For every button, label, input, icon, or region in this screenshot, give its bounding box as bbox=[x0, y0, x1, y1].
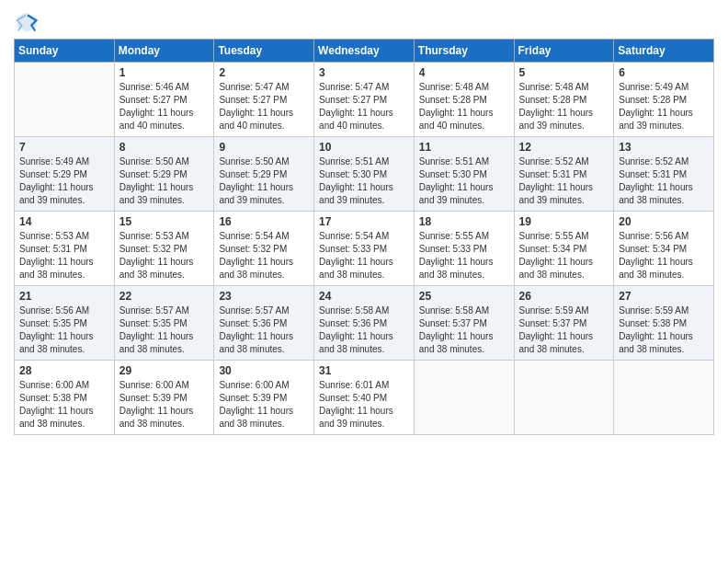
day-header-thursday: Thursday bbox=[414, 40, 514, 63]
day-info: Sunrise: 5:55 AMSunset: 5:33 PMDaylight:… bbox=[419, 230, 509, 282]
calendar-cell: 24Sunrise: 5:58 AMSunset: 5:36 PMDayligh… bbox=[314, 286, 415, 361]
day-info: Sunrise: 5:52 AMSunset: 5:31 PMDaylight:… bbox=[519, 155, 609, 207]
day-number: 11 bbox=[419, 141, 509, 154]
calendar-cell: 20Sunrise: 5:56 AMSunset: 5:34 PMDayligh… bbox=[614, 212, 714, 286]
day-info: Sunrise: 5:47 AMSunset: 5:27 PMDaylight:… bbox=[319, 81, 409, 132]
day-number: 5 bbox=[519, 66, 609, 79]
calendar-table: SundayMondayTuesdayWednesdayThursdayFrid… bbox=[14, 39, 714, 435]
calendar-cell: 11Sunrise: 5:51 AMSunset: 5:30 PMDayligh… bbox=[414, 137, 514, 212]
day-info: Sunrise: 5:54 AMSunset: 5:33 PMDaylight:… bbox=[319, 230, 409, 282]
day-header-tuesday: Tuesday bbox=[214, 40, 314, 63]
day-info: Sunrise: 5:59 AMSunset: 5:37 PMDaylight:… bbox=[519, 304, 609, 356]
day-header-sunday: Sunday bbox=[15, 40, 115, 63]
calendar-cell: 21Sunrise: 5:56 AMSunset: 5:35 PMDayligh… bbox=[15, 286, 115, 361]
day-number: 27 bbox=[619, 290, 709, 303]
page-header bbox=[14, 9, 714, 35]
day-number: 16 bbox=[219, 215, 309, 228]
day-info: Sunrise: 5:56 AMSunset: 5:35 PMDaylight:… bbox=[19, 304, 109, 356]
day-number: 4 bbox=[419, 66, 509, 79]
calendar-cell: 10Sunrise: 5:51 AMSunset: 5:30 PMDayligh… bbox=[314, 137, 415, 212]
calendar-cell: 19Sunrise: 5:55 AMSunset: 5:34 PMDayligh… bbox=[514, 212, 614, 286]
calendar-cell bbox=[614, 361, 714, 435]
day-number: 29 bbox=[119, 364, 210, 377]
day-info: Sunrise: 6:00 AMSunset: 5:38 PMDaylight:… bbox=[19, 379, 109, 431]
day-number: 7 bbox=[19, 141, 109, 154]
day-info: Sunrise: 5:58 AMSunset: 5:37 PMDaylight:… bbox=[419, 304, 509, 356]
day-info: Sunrise: 5:46 AMSunset: 5:27 PMDaylight:… bbox=[119, 81, 210, 132]
day-header-monday: Monday bbox=[114, 40, 214, 63]
day-number: 10 bbox=[319, 141, 409, 154]
day-number: 28 bbox=[19, 364, 109, 377]
day-number: 23 bbox=[219, 290, 309, 303]
day-header-saturday: Saturday bbox=[614, 40, 714, 63]
calendar-cell: 16Sunrise: 5:54 AMSunset: 5:32 PMDayligh… bbox=[214, 212, 314, 286]
day-info: Sunrise: 5:48 AMSunset: 5:28 PMDaylight:… bbox=[519, 81, 609, 132]
calendar-cell: 15Sunrise: 5:53 AMSunset: 5:32 PMDayligh… bbox=[114, 212, 214, 286]
day-info: Sunrise: 5:56 AMSunset: 5:34 PMDaylight:… bbox=[619, 230, 709, 282]
calendar-cell: 25Sunrise: 5:58 AMSunset: 5:37 PMDayligh… bbox=[414, 286, 514, 361]
day-info: Sunrise: 6:00 AMSunset: 5:39 PMDaylight:… bbox=[119, 379, 210, 431]
day-info: Sunrise: 5:51 AMSunset: 5:30 PMDaylight:… bbox=[319, 155, 409, 207]
day-info: Sunrise: 5:58 AMSunset: 5:36 PMDaylight:… bbox=[319, 304, 409, 356]
calendar-cell: 1Sunrise: 5:46 AMSunset: 5:27 PMDaylight… bbox=[114, 63, 214, 137]
day-number: 17 bbox=[319, 215, 409, 228]
calendar-cell: 4Sunrise: 5:48 AMSunset: 5:28 PMDaylight… bbox=[414, 63, 514, 137]
day-info: Sunrise: 5:57 AMSunset: 5:36 PMDaylight:… bbox=[219, 304, 309, 356]
calendar-cell: 3Sunrise: 5:47 AMSunset: 5:27 PMDaylight… bbox=[314, 63, 415, 137]
day-info: Sunrise: 5:49 AMSunset: 5:28 PMDaylight:… bbox=[619, 81, 709, 132]
calendar-header-row: SundayMondayTuesdayWednesdayThursdayFrid… bbox=[15, 40, 714, 63]
day-info: Sunrise: 5:51 AMSunset: 5:30 PMDaylight:… bbox=[419, 155, 509, 207]
day-number: 25 bbox=[419, 290, 509, 303]
day-number: 20 bbox=[619, 215, 709, 228]
day-number: 19 bbox=[519, 215, 609, 228]
calendar-week-row: 1Sunrise: 5:46 AMSunset: 5:27 PMDaylight… bbox=[15, 63, 714, 137]
calendar-cell: 23Sunrise: 5:57 AMSunset: 5:36 PMDayligh… bbox=[214, 286, 314, 361]
day-number: 9 bbox=[219, 141, 309, 154]
day-number: 2 bbox=[219, 66, 309, 79]
calendar-week-row: 14Sunrise: 5:53 AMSunset: 5:31 PMDayligh… bbox=[15, 212, 714, 286]
day-info: Sunrise: 5:57 AMSunset: 5:35 PMDaylight:… bbox=[119, 304, 210, 356]
day-number: 3 bbox=[319, 66, 409, 79]
calendar-cell: 18Sunrise: 5:55 AMSunset: 5:33 PMDayligh… bbox=[414, 212, 514, 286]
day-info: Sunrise: 5:54 AMSunset: 5:32 PMDaylight:… bbox=[219, 230, 309, 282]
calendar-cell: 22Sunrise: 5:57 AMSunset: 5:35 PMDayligh… bbox=[114, 286, 214, 361]
day-info: Sunrise: 6:01 AMSunset: 5:40 PMDaylight:… bbox=[319, 379, 409, 431]
day-header-friday: Friday bbox=[514, 40, 614, 63]
calendar-cell: 5Sunrise: 5:48 AMSunset: 5:28 PMDaylight… bbox=[514, 63, 614, 137]
logo bbox=[14, 9, 43, 35]
day-number: 30 bbox=[219, 364, 309, 377]
day-info: Sunrise: 5:55 AMSunset: 5:34 PMDaylight:… bbox=[519, 230, 609, 282]
calendar-cell: 29Sunrise: 6:00 AMSunset: 5:39 PMDayligh… bbox=[114, 361, 214, 435]
day-header-wednesday: Wednesday bbox=[314, 40, 415, 63]
calendar-cell: 8Sunrise: 5:50 AMSunset: 5:29 PMDaylight… bbox=[114, 137, 214, 212]
day-info: Sunrise: 6:00 AMSunset: 5:39 PMDaylight:… bbox=[219, 379, 309, 431]
day-info: Sunrise: 5:49 AMSunset: 5:29 PMDaylight:… bbox=[19, 155, 109, 207]
calendar-week-row: 28Sunrise: 6:00 AMSunset: 5:38 PMDayligh… bbox=[15, 361, 714, 435]
day-number: 26 bbox=[519, 290, 609, 303]
calendar-cell bbox=[514, 361, 614, 435]
day-number: 31 bbox=[319, 364, 409, 377]
calendar-cell: 9Sunrise: 5:50 AMSunset: 5:29 PMDaylight… bbox=[214, 137, 314, 212]
day-number: 1 bbox=[119, 66, 210, 79]
calendar-week-row: 21Sunrise: 5:56 AMSunset: 5:35 PMDayligh… bbox=[15, 286, 714, 361]
calendar-cell: 31Sunrise: 6:01 AMSunset: 5:40 PMDayligh… bbox=[314, 361, 415, 435]
calendar-cell: 17Sunrise: 5:54 AMSunset: 5:33 PMDayligh… bbox=[314, 212, 415, 286]
calendar-cell: 12Sunrise: 5:52 AMSunset: 5:31 PMDayligh… bbox=[514, 137, 614, 212]
day-number: 13 bbox=[619, 141, 709, 154]
calendar-cell: 26Sunrise: 5:59 AMSunset: 5:37 PMDayligh… bbox=[514, 286, 614, 361]
day-info: Sunrise: 5:50 AMSunset: 5:29 PMDaylight:… bbox=[219, 155, 309, 207]
day-number: 18 bbox=[419, 215, 509, 228]
calendar-cell: 7Sunrise: 5:49 AMSunset: 5:29 PMDaylight… bbox=[15, 137, 115, 212]
calendar-cell: 2Sunrise: 5:47 AMSunset: 5:27 PMDaylight… bbox=[214, 63, 314, 137]
day-info: Sunrise: 5:53 AMSunset: 5:31 PMDaylight:… bbox=[19, 230, 109, 282]
calendar-cell: 6Sunrise: 5:49 AMSunset: 5:28 PMDaylight… bbox=[614, 63, 714, 137]
calendar-cell: 14Sunrise: 5:53 AMSunset: 5:31 PMDayligh… bbox=[15, 212, 115, 286]
day-info: Sunrise: 5:59 AMSunset: 5:38 PMDaylight:… bbox=[619, 304, 709, 356]
calendar-week-row: 7Sunrise: 5:49 AMSunset: 5:29 PMDaylight… bbox=[15, 137, 714, 212]
calendar-cell: 27Sunrise: 5:59 AMSunset: 5:38 PMDayligh… bbox=[614, 286, 714, 361]
day-info: Sunrise: 5:52 AMSunset: 5:31 PMDaylight:… bbox=[619, 155, 709, 207]
day-info: Sunrise: 5:50 AMSunset: 5:29 PMDaylight:… bbox=[119, 155, 210, 207]
day-number: 15 bbox=[119, 215, 210, 228]
calendar-cell: 13Sunrise: 5:52 AMSunset: 5:31 PMDayligh… bbox=[614, 137, 714, 212]
day-info: Sunrise: 5:47 AMSunset: 5:27 PMDaylight:… bbox=[219, 81, 309, 132]
